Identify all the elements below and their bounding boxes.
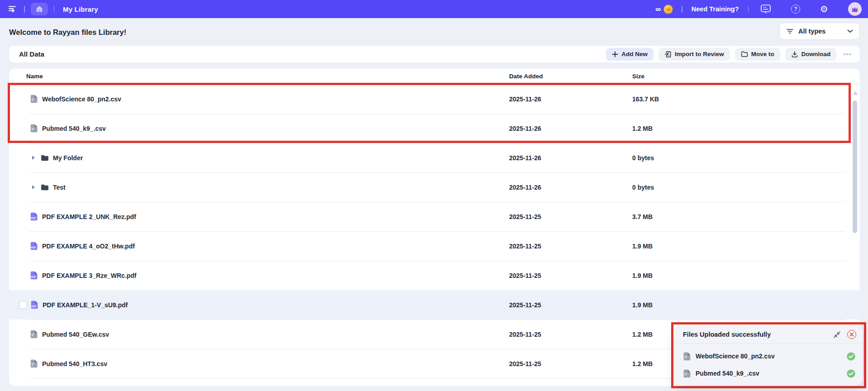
file-name-cell[interactable]: Test	[32, 172, 66, 202]
user-avatar[interactable]	[848, 2, 862, 16]
csv-file-icon	[683, 352, 691, 361]
welcome-heading: Welcome to Rayyan files Library!	[9, 28, 126, 37]
settings-gear-icon[interactable]: ⚙	[820, 5, 828, 14]
pdf-file-icon: PDF	[30, 242, 38, 250]
file-name-label: PDF EXAMPLE 4_oO2_tHw.pdf	[42, 243, 135, 250]
need-training-link[interactable]: Need Training?	[692, 5, 739, 13]
date-added-cell: 2025-11-26	[509, 184, 541, 191]
folder-icon	[41, 154, 49, 162]
file-name-label: Pubmed 540_GEw.csv	[42, 331, 109, 338]
pdf-file-icon: PDF	[30, 271, 38, 280]
chevron-down-icon	[847, 29, 853, 33]
svg-text:PDF: PDF	[32, 305, 37, 308]
success-check-icon	[847, 369, 855, 378]
size-cell: 163.7 KB	[632, 95, 659, 103]
close-icon[interactable]	[847, 330, 856, 339]
size-cell: 1.2 MB	[632, 331, 653, 338]
size-cell: 0 bytes	[632, 154, 654, 162]
import-to-review-button[interactable]: Import to Review	[658, 48, 730, 61]
file-name-label: Pubmed 540_k9_.csv	[42, 125, 106, 132]
page-title: My Library	[63, 5, 98, 13]
date-added-cell: 2025-11-25	[509, 360, 541, 367]
home-button[interactable]	[31, 3, 48, 15]
file-name-cell[interactable]: PDF PDF EXAMPLE 2_UNK_Rez.pdf	[30, 202, 136, 231]
toast-file-item: WebofScience 80_pn2.csv	[675, 348, 863, 365]
table-row[interactable]: WebofScience 80_pn2.csv2025-11-26163.7 K…	[9, 84, 860, 114]
date-added-cell: 2025-11-25	[509, 213, 541, 220]
size-cell: 1.9 MB	[632, 301, 653, 309]
section-title: All Data	[19, 50, 44, 58]
type-filter-dropdown[interactable]: All types	[779, 23, 860, 40]
column-header-name: Name	[26, 73, 43, 80]
date-added-cell: 2025-11-26	[509, 95, 541, 103]
toast-file-name: WebofScience 80_pn2.csv	[696, 353, 842, 360]
csv-file-icon	[30, 330, 38, 339]
row-checkbox[interactable]	[19, 301, 27, 309]
more-options-button[interactable]: •••	[841, 50, 854, 58]
csv-file-icon	[30, 95, 38, 103]
pdf-file-icon: PDF	[30, 212, 38, 221]
date-added-cell: 2025-11-25	[509, 301, 541, 309]
table-row[interactable]: PDF PDF EXAMPLE 4_oO2_tHw.pdf2025-11-251…	[9, 231, 860, 261]
folder-icon	[41, 184, 49, 191]
file-name-cell[interactable]: Pubmed 540_HT3.csv	[30, 349, 107, 378]
file-name-label: PDF EXAMPLE 3_Rze_WRc.pdf	[42, 272, 136, 279]
scrollbar-thumb[interactable]	[853, 100, 857, 233]
table-row[interactable]: PDF PDF EXAMPLE_1-V_sU9.pdf2025-11-251.9…	[9, 290, 860, 319]
caret-right-icon	[32, 155, 35, 160]
csv-file-icon	[683, 369, 691, 378]
file-name-label: Test	[53, 184, 66, 191]
date-added-cell: 2025-11-25	[509, 243, 541, 250]
file-name-cell[interactable]: PDF PDF EXAMPLE 4_oO2_tHw.pdf	[30, 231, 135, 261]
training-monitor-icon[interactable]	[760, 4, 771, 14]
date-added-cell: 2025-11-25	[509, 331, 541, 338]
date-added-cell: 2025-11-25	[509, 272, 541, 279]
table-row[interactable]: Pubmed 540_k9_.csv2025-11-261.2 MB	[9, 114, 860, 143]
import-icon	[664, 51, 672, 58]
pdf-file-icon: PDF	[30, 300, 38, 309]
file-name-cell[interactable]: My Folder	[32, 143, 83, 172]
csv-file-icon	[30, 359, 38, 368]
toast-file-name: Pubmed 540_k9_.csv	[696, 370, 842, 377]
divider	[24, 6, 25, 13]
file-name-cell[interactable]: Pubmed 540_GEw.csv	[30, 319, 109, 349]
size-cell: 0 bytes	[632, 184, 654, 191]
table-row[interactable]: PDF PDF EXAMPLE 3_Rze_WRc.pdf2025-11-251…	[9, 261, 860, 290]
toast-file-item: Pubmed 540_k9_.csv	[675, 365, 863, 382]
size-cell: 1.2 MB	[632, 125, 653, 132]
file-name-cell[interactable]: PDF PDF EXAMPLE 3_Rze_WRc.pdf	[30, 261, 136, 290]
move-to-button[interactable]: Move to	[735, 48, 780, 61]
sidebar-toggle-icon[interactable]	[6, 3, 18, 15]
coin-icon[interactable]: ra	[664, 5, 672, 14]
divider	[748, 6, 749, 13]
svg-text:PDF: PDF	[31, 217, 36, 219]
file-name-cell[interactable]: WebofScience 80_pn2.csv	[30, 84, 121, 114]
table-row[interactable]: PDF PDF EXAMPLE 2_UNK_Rez.pdf2025-11-253…	[9, 202, 860, 231]
toast-title: Files Uploaded successfully	[683, 331, 833, 338]
file-name-label: PDF EXAMPLE 2_UNK_Rez.pdf	[42, 213, 136, 220]
file-name-cell[interactable]: Pubmed 540_k9_.csv	[30, 114, 106, 143]
size-cell: 3.7 MB	[632, 213, 653, 220]
plus-icon	[612, 51, 618, 57]
folder-icon	[741, 51, 748, 57]
svg-text:PDF: PDF	[31, 246, 36, 249]
success-check-icon	[847, 352, 855, 361]
date-added-cell: 2025-11-26	[509, 125, 541, 132]
date-added-cell: 2025-11-26	[509, 154, 541, 162]
collapse-icon[interactable]	[833, 331, 841, 339]
size-cell: 1.9 MB	[632, 243, 653, 250]
scrollbar-up-arrow[interactable]	[853, 91, 858, 95]
download-button[interactable]: Download	[785, 48, 837, 61]
divider	[54, 6, 55, 13]
crown-icon	[851, 6, 858, 13]
file-name-label: WebofScience 80_pn2.csv	[42, 95, 121, 103]
csv-file-icon	[30, 124, 38, 133]
table-row[interactable]: Test2025-11-260 bytes	[9, 172, 860, 202]
size-cell: 1.9 MB	[632, 272, 653, 279]
add-new-button[interactable]: Add New	[606, 48, 653, 61]
table-row[interactable]: My Folder2025-11-260 bytes	[9, 143, 860, 172]
column-header-date-added: Date Added	[509, 73, 543, 80]
file-name-cell[interactable]: PDF PDF EXAMPLE_1-V_sU9.pdf	[19, 290, 128, 319]
help-icon[interactable]: ?	[791, 5, 800, 14]
file-name-label: PDF EXAMPLE_1-V_sU9.pdf	[43, 301, 128, 309]
